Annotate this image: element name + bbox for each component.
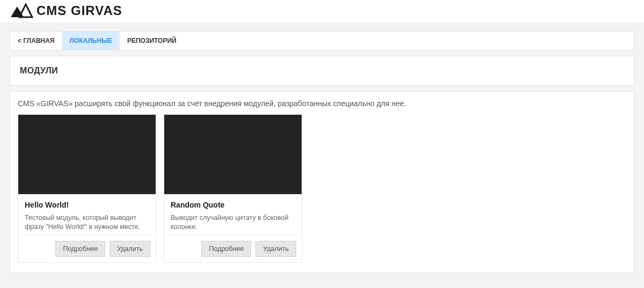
page-title-panel: МОДУЛИ — [10, 56, 634, 86]
module-thumbnail — [164, 115, 302, 194]
module-footer: Подробнее Удалить — [18, 235, 156, 262]
tabs-panel: < ГЛАВНАЯ ЛОКАЛЬНЫЕ РЕПОЗИТОРИЙ — [10, 31, 634, 50]
tabs: < ГЛАВНАЯ ЛОКАЛЬНЫЕ РЕПОЗИТОРИЙ — [10, 32, 634, 50]
module-cards: Hello World! Тестовый модуль, который вы… — [18, 114, 626, 263]
logo-icon — [10, 3, 33, 18]
tab-back[interactable]: < ГЛАВНАЯ — [10, 32, 62, 50]
more-button[interactable]: Подробнее — [55, 241, 105, 257]
module-title: Hello World! — [25, 201, 149, 209]
tab-repository[interactable]: РЕПОЗИТОРИЙ — [120, 32, 184, 50]
content: < ГЛАВНАЯ ЛОКАЛЬНЫЕ РЕПОЗИТОРИЙ МОДУЛИ C… — [0, 26, 644, 288]
module-footer: Подробнее Удалить — [164, 235, 302, 262]
delete-button[interactable]: Удалить — [109, 241, 150, 257]
more-button[interactable]: Подробнее — [201, 241, 251, 257]
module-description: Выводит случайную цитату в боковой колон… — [171, 213, 295, 232]
module-body: Hello World! Тестовый модуль, который вы… — [18, 194, 156, 235]
module-title: Random Quote — [171, 201, 295, 209]
module-thumbnail — [18, 115, 156, 194]
header: CMS GIRVAS — [0, 0, 644, 23]
brand-name: CMS GIRVAS — [36, 3, 122, 18]
module-card: Hello World! Тестовый модуль, который вы… — [18, 114, 156, 263]
delete-button[interactable]: Удалить — [255, 241, 296, 257]
module-card: Random Quote Выводит случайную цитату в … — [164, 114, 302, 263]
modules-panel: CMS «GIRVAS» расширять свой функционал з… — [10, 91, 634, 273]
page-title: МОДУЛИ — [20, 66, 624, 76]
module-body: Random Quote Выводит случайную цитату в … — [164, 194, 302, 235]
intro-text: CMS «GIRVAS» расширять свой функционал з… — [18, 99, 626, 108]
module-description: Тестовый модуль, который выводит фразу "… — [25, 213, 149, 232]
tab-local[interactable]: ЛОКАЛЬНЫЕ — [62, 32, 120, 50]
